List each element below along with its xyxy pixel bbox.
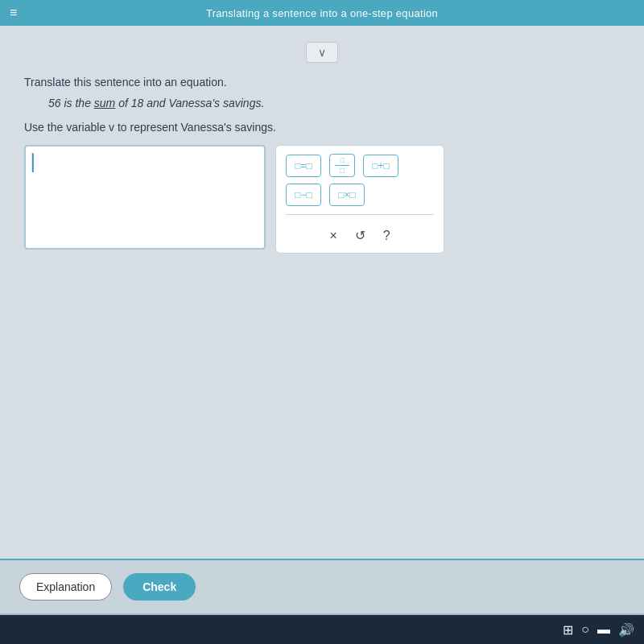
bottom-bar: Explanation Check	[0, 559, 644, 613]
cursor-icon: ▏	[32, 155, 44, 171]
top-bar: ≡ Translating a sentence into a one-step…	[0, 0, 644, 26]
page-title: Translating a sentence into a one-step e…	[206, 7, 438, 19]
operator-row-2: □−□ □×□	[286, 184, 434, 206]
content-area: ∨ Translate this sentence into an equati…	[0, 26, 644, 613]
input-row: ▏ □=□ □ □ □+□ □−□	[24, 145, 620, 254]
minus-button[interactable]: □−□	[286, 184, 321, 206]
instruction-line1: Translate this sentence into an equation…	[24, 76, 620, 89]
taskbar: ⊞ ○ ▬ 🔊	[0, 615, 644, 644]
page-wrapper: ≡ Translating a sentence into a one-step…	[0, 0, 644, 644]
help-button[interactable]: ?	[382, 227, 392, 245]
underline-word: sum	[94, 97, 115, 109]
plus-button[interactable]: □+□	[363, 155, 398, 177]
fraction-bottom: □	[335, 166, 349, 175]
taskbar-icon-3[interactable]: ▬	[597, 622, 610, 637]
chevron-button[interactable]: ∨	[306, 42, 338, 63]
action-row: × ↺ ?	[286, 223, 434, 245]
main-content: ∨ Translate this sentence into an equati…	[0, 26, 644, 573]
equals-button[interactable]: □=□	[286, 155, 321, 177]
check-button[interactable]: Check	[123, 573, 196, 601]
chevron-container: ∨	[24, 42, 620, 63]
problem-sentence: 56 is the sum of 18 and Vanessa's saving…	[48, 97, 620, 109]
explanation-button[interactable]: Explanation	[19, 573, 112, 601]
times-button[interactable]: □×□	[329, 184, 365, 206]
fraction-top: □	[335, 156, 349, 166]
equation-input-box[interactable]: ▏	[24, 145, 266, 250]
undo-button[interactable]: ↺	[353, 226, 367, 245]
divider	[286, 214, 434, 215]
variable-instruction: Use the variable v to represent Vanessa'…	[24, 121, 620, 134]
taskbar-icon-1[interactable]: ⊞	[563, 622, 573, 638]
operator-panel: □=□ □ □ □+□ □−□ □×□	[275, 145, 444, 254]
taskbar-icon-2[interactable]: ○	[581, 622, 589, 637]
clear-button[interactable]: ×	[328, 227, 338, 245]
taskbar-icon-4[interactable]: 🔊	[618, 622, 634, 638]
operator-row-1: □=□ □ □ □+□	[286, 154, 434, 177]
fraction-button[interactable]: □ □	[329, 154, 355, 177]
menu-icon[interactable]: ≡	[10, 6, 17, 20]
